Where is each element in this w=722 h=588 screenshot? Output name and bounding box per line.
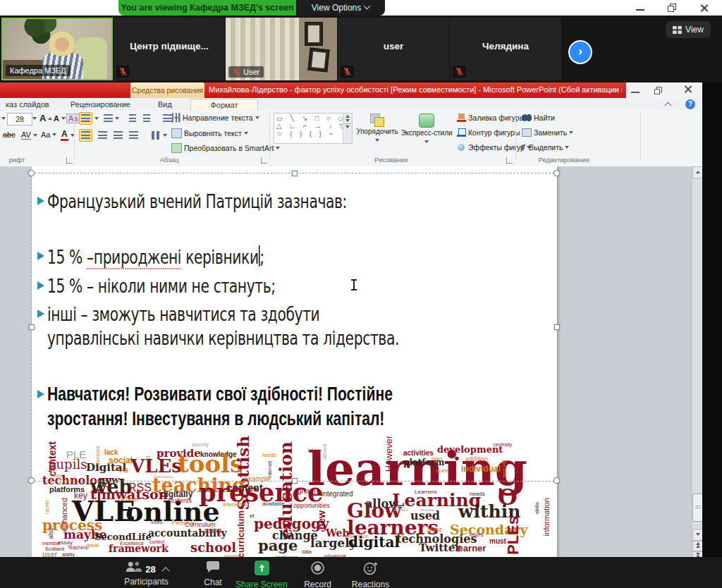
ppt-restore-button[interactable] <box>654 85 663 98</box>
previous-slide-button[interactable] <box>692 541 702 551</box>
text-direction-icon <box>172 114 180 123</box>
align-center-icon <box>98 131 107 140</box>
shapes-gallery-scroll[interactable] <box>343 113 353 144</box>
wordcloud-word: interaction <box>223 502 249 508</box>
font-name-dropdown-icon[interactable] <box>1 117 6 120</box>
find-button[interactable]: Найти <box>522 114 555 122</box>
text-direction-button[interactable]: Направление текста <box>171 114 259 122</box>
minimize-icon <box>631 92 640 93</box>
textbox-selection-border[interactable] <box>31 173 558 482</box>
video-tile[interactable]: Центр підвище... <box>114 18 225 80</box>
window-close-button[interactable] <box>699 3 710 13</box>
font-size-dropdown-icon[interactable] <box>32 117 37 120</box>
shape-fill-button[interactable]: Заливка фигуры <box>457 114 531 122</box>
grow-font-button[interactable]: A <box>39 113 52 123</box>
selection-handle[interactable] <box>29 324 35 330</box>
ppt-minimize-button[interactable] <box>630 85 640 95</box>
selection-handle[interactable] <box>553 477 560 484</box>
bullets-dropdown-icon[interactable] <box>94 117 99 120</box>
window-minimize-button[interactable] <box>635 3 646 13</box>
wordcloud-word: students <box>168 498 192 504</box>
selection-handle[interactable] <box>554 324 560 330</box>
selection-handle[interactable] <box>292 478 298 484</box>
shapes-gallery[interactable]: ▭ ╲ ↘ □ ○ ◇ △ ∟ ⌐ → ↓ ▽ ☆ ( ) { } ~ <box>274 113 347 144</box>
muted-mic-icon <box>341 66 354 78</box>
video-tile-user[interactable]: User <box>226 18 337 80</box>
tab-review[interactable]: Рецензирование <box>65 99 136 111</box>
quick-styles-button[interactable]: Экспресс-стили <box>400 114 453 145</box>
smartart-icon <box>171 143 182 153</box>
shrink-font-button[interactable]: A <box>54 114 66 123</box>
smartart-button[interactable]: Преобразовать в SmartArt <box>171 143 280 153</box>
chat-button[interactable]: Chat <box>192 561 234 587</box>
participants-button[interactable]: 28 Participants <box>113 561 180 587</box>
replace-button[interactable]: Заменить <box>522 128 573 137</box>
justify-button[interactable] <box>127 129 140 142</box>
scroll-up-button[interactable] <box>692 166 702 178</box>
bullets-button[interactable] <box>79 112 92 125</box>
tab-format[interactable]: Формат <box>190 99 258 111</box>
font-color-button[interactable]: А <box>61 129 75 141</box>
video-tile-speaker[interactable]: Кафедра МЗЕД <box>1 18 113 80</box>
font-size-input[interactable]: 28 <box>7 113 32 125</box>
wordcloud-word: data <box>302 550 312 555</box>
align-left-button[interactable] <box>79 129 92 142</box>
align-right-button[interactable] <box>111 129 125 142</box>
selection-handle[interactable] <box>553 170 560 176</box>
wordcloud-word: rachel <box>45 501 50 514</box>
reactions-button[interactable]: Reactions <box>344 561 397 588</box>
font-dialog-launcher[interactable] <box>66 157 73 164</box>
shape-effects-button[interactable]: Эффекты фигур <box>457 143 531 152</box>
drawing-tools-contextual-tab[interactable]: Средства рисования <box>130 82 204 98</box>
shapes-row: △ ∟ ⌐ → ↓ ▽ <box>276 122 344 130</box>
bullets-icon <box>81 114 90 123</box>
selection-handle[interactable] <box>292 171 298 176</box>
screen-share-margin <box>702 82 722 561</box>
view-layout-button[interactable]: View <box>666 21 711 38</box>
columns-icon <box>152 131 161 140</box>
video-tile[interactable]: user <box>338 18 449 80</box>
wordcloud-word: member <box>42 541 61 546</box>
clear-formatting-button[interactable]: Aa <box>66 114 80 123</box>
ppt-close-button[interactable] <box>683 84 694 95</box>
ribbon: 28 A A Aa abc AV Aa А рифт Направление т… <box>0 111 702 167</box>
video-tile[interactable]: Челядина <box>450 18 561 80</box>
tab-slideshow[interactable]: каз слайдов <box>0 99 55 111</box>
participant-name-label: Кафедра МЗЕД <box>6 65 71 76</box>
increase-indent-button[interactable] <box>141 112 152 125</box>
selection-handle[interactable] <box>28 170 35 176</box>
select-button[interactable]: Выделить <box>522 143 569 152</box>
share-screen-button[interactable]: Share Screen <box>233 561 290 588</box>
reactions-label: Reactions <box>352 580 389 588</box>
chat-icon <box>205 561 221 576</box>
selection-handle[interactable] <box>28 477 35 484</box>
decrease-indent-button[interactable] <box>127 112 138 125</box>
record-button[interactable]: Record <box>295 561 341 588</box>
align-center-button[interactable] <box>96 129 109 142</box>
next-participants-button[interactable]: › <box>568 40 592 64</box>
character-spacing-button[interactable]: AV <box>21 130 37 140</box>
find-icon <box>522 114 532 121</box>
help-button[interactable]: ? <box>685 99 695 109</box>
arrange-button[interactable]: Упорядочить <box>356 114 398 143</box>
scroll-down-button[interactable] <box>692 529 702 541</box>
window-restore-button[interactable] <box>667 3 678 13</box>
scrollbar-thumb[interactable] <box>692 494 702 522</box>
change-case-button[interactable]: Aa <box>41 130 56 139</box>
numbering-button[interactable] <box>102 112 121 125</box>
vertical-scrollbar[interactable] <box>691 166 702 561</box>
wordcloud-word: endless <box>393 508 408 513</box>
participant-name-label: Челядина <box>450 41 561 51</box>
numbering-icon <box>104 114 113 123</box>
wordcloud-word: also <box>48 527 54 539</box>
chevron-down-icon <box>364 3 371 10</box>
columns-button[interactable] <box>149 129 169 142</box>
tab-view[interactable]: Вид <box>152 99 178 111</box>
view-options-button[interactable]: View Options <box>296 0 385 16</box>
collapse-ribbon-button[interactable] <box>664 102 671 107</box>
align-text-button[interactable]: Выровнять текст <box>171 128 248 138</box>
drawing-dialog-launcher[interactable] <box>506 157 513 164</box>
strikethrough-button[interactable]: abc <box>3 130 16 139</box>
slide[interactable]: Французький вчений Патрицій зазначав: 15… <box>32 166 557 561</box>
paragraph-dialog-launcher[interactable] <box>261 157 267 164</box>
